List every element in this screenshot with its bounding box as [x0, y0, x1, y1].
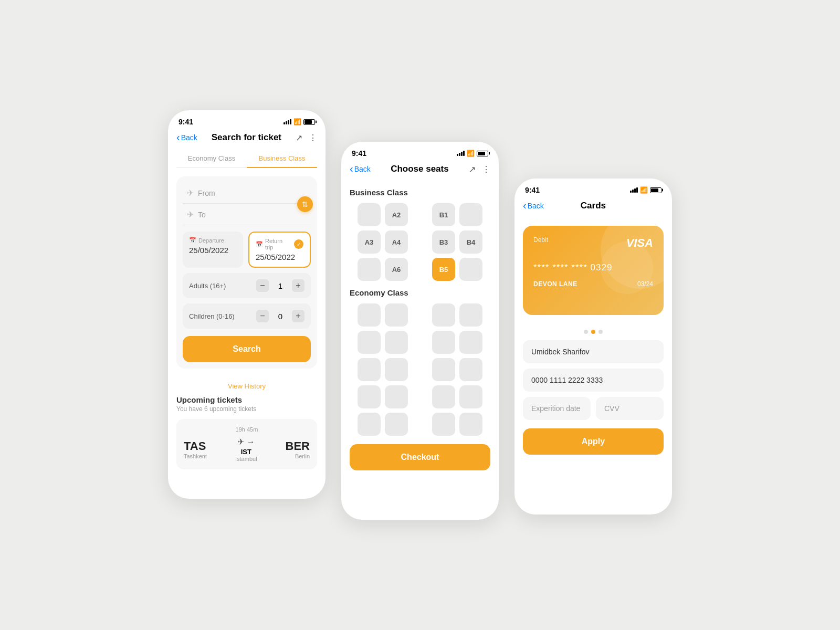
eco-seat[interactable] [358, 413, 381, 436]
seat-A2[interactable]: A2 [385, 203, 408, 226]
ticket-card[interactable]: 19h 45m TAS Tashkent ✈ → IST Istambul [176, 419, 317, 469]
phone-search: 9:41 📶 Back Search for ticket ↗ ⋮ [168, 110, 326, 499]
status-time-2: 9:41 [352, 149, 366, 158]
from-icon: ✈ [187, 188, 194, 198]
screens-container: 9:41 📶 Back Search for ticket ↗ ⋮ [168, 110, 672, 520]
status-icons-1: 📶 [284, 118, 315, 125]
status-bar-3: 9:41 📶 [514, 178, 672, 197]
card-form: Umidbek Sharifov 0000 1111 2222 3333 Exp… [514, 340, 672, 455]
share-icon-2[interactable]: ↗ [469, 164, 476, 174]
eco-seat[interactable] [459, 303, 482, 327]
search-form: ✈ From ✈ To ⇅ 📅 Departure 25/05/2022 [176, 176, 317, 369]
economy-seats-grid [350, 303, 490, 436]
back-button-3[interactable]: Back [523, 201, 544, 211]
eco-seat[interactable] [358, 358, 381, 381]
header-3: Back Cards [514, 197, 672, 217]
signal-icon [284, 119, 291, 124]
children-minus-button[interactable]: − [256, 310, 269, 322]
eco-seat[interactable] [432, 303, 455, 327]
seat-gap-1 [412, 203, 428, 226]
seat-A6[interactable]: A6 [385, 258, 408, 281]
page-title-2: Choose seats [391, 164, 449, 174]
card-dots [514, 323, 672, 340]
card-dot-3[interactable] [598, 330, 603, 334]
back-button-2[interactable]: Back [350, 164, 371, 174]
eco-seat[interactable] [432, 385, 455, 408]
seat-B1[interactable]: B1 [432, 203, 455, 226]
eco-seat[interactable] [459, 413, 482, 436]
from-input[interactable]: From [198, 189, 307, 197]
phone-seats: 9:41 📶 Back Choose seats ↗ ⋮ Business C [341, 142, 499, 520]
view-history-link[interactable]: View History [168, 377, 326, 395]
seat-B5[interactable]: B5 [432, 258, 455, 281]
adults-value: 1 [275, 281, 286, 290]
eco-seat[interactable] [432, 331, 455, 354]
tabs-1: Economy Class Business Class [176, 149, 317, 168]
children-plus-button[interactable]: + [292, 310, 304, 322]
eco-seat[interactable] [432, 358, 455, 381]
seats-section: Business Class A2 B1 A3 A4 B3 B4 A6 B5 [341, 188, 499, 489]
upcoming-section: Upcoming tickets You have 6 upcoming tic… [168, 395, 326, 478]
eco-seat[interactable] [459, 331, 482, 354]
to-input[interactable]: To [198, 211, 307, 219]
eco-seat[interactable] [385, 413, 408, 436]
page-title-3: Cards [581, 201, 606, 211]
eco-seat[interactable] [385, 358, 408, 381]
route-line: ✈ → IST Istambul [211, 437, 281, 462]
to-icon: ✈ [187, 209, 194, 219]
eco-seat[interactable] [358, 385, 381, 408]
status-icons-2: 📶 [457, 150, 488, 157]
flight-arrow-icon: ✈ → [237, 437, 255, 447]
children-counter: − 0 + [256, 310, 304, 322]
tab-business[interactable]: Business Class [247, 149, 317, 167]
header-2: Back Choose seats ↗ ⋮ [341, 161, 499, 181]
date-row: 📅 Departure 25/05/2022 📅 Return trip ✓ 2… [183, 232, 311, 268]
departure-box[interactable]: 📅 Departure 25/05/2022 [183, 232, 243, 268]
battery-icon [303, 119, 315, 125]
card-number-field[interactable]: 0000 1111 2222 3333 [523, 369, 664, 392]
battery-icon-3 [650, 187, 662, 193]
seat-A4[interactable]: A4 [385, 230, 408, 254]
card-dot-2[interactable] [591, 330, 595, 334]
more-icon[interactable]: ⋮ [309, 133, 317, 143]
tab-economy[interactable]: Economy Class [176, 149, 247, 167]
eco-seat[interactable] [385, 331, 408, 354]
adults-minus-button[interactable]: − [256, 279, 269, 292]
return-check-icon: ✓ [294, 239, 303, 249]
eco-seat[interactable] [385, 385, 408, 408]
eco-seat[interactable] [459, 385, 482, 408]
wifi-icon-2: 📶 [467, 150, 475, 157]
expiration-field[interactable]: Experition date [523, 397, 591, 420]
seat-gap-2 [412, 230, 428, 254]
seat-B4[interactable]: B4 [459, 230, 482, 254]
departure-date: 25/05/2022 [189, 246, 237, 255]
wifi-icon: 📶 [293, 118, 301, 125]
search-button[interactable]: Search [183, 336, 311, 362]
swap-button[interactable]: ⇅ [297, 196, 313, 212]
back-button-1[interactable]: Back [176, 133, 197, 142]
status-icons-3: 📶 [630, 186, 662, 194]
holder-name-field[interactable]: Umidbek Sharifov [523, 340, 664, 363]
more-icon-2[interactable]: ⋮ [482, 164, 490, 174]
status-bar-1: 9:41 📶 [168, 110, 326, 129]
eco-seat[interactable] [385, 303, 408, 327]
cvv-field[interactable]: CVV [596, 397, 664, 420]
card-footer: DEVON LANE 03/24 [533, 280, 653, 288]
from-to-group: ✈ From ✈ To ⇅ [183, 183, 311, 225]
checkout-button[interactable]: Checkout [350, 444, 490, 470]
eco-seat[interactable] [358, 303, 381, 327]
seat-B3[interactable]: B3 [432, 230, 455, 254]
seat-A3[interactable]: A3 [358, 230, 381, 254]
signal-icon-3 [630, 187, 638, 193]
apply-button[interactable]: Apply [523, 428, 664, 455]
eco-seat[interactable] [432, 413, 455, 436]
eco-seat[interactable] [358, 331, 381, 354]
return-box[interactable]: 📅 Return trip ✓ 25/05/2022 [248, 232, 311, 268]
eco-seat[interactable] [459, 358, 482, 381]
business-class-label: Business Class [350, 188, 490, 197]
business-seats-grid: A2 B1 A3 A4 B3 B4 A6 B5 [350, 203, 490, 281]
share-icon[interactable]: ↗ [296, 133, 302, 143]
card-dot-1[interactable] [584, 330, 588, 334]
adults-plus-button[interactable]: + [292, 279, 304, 292]
ticket-route: TAS Tashkent ✈ → IST Istambul BER Berlin [184, 437, 310, 462]
